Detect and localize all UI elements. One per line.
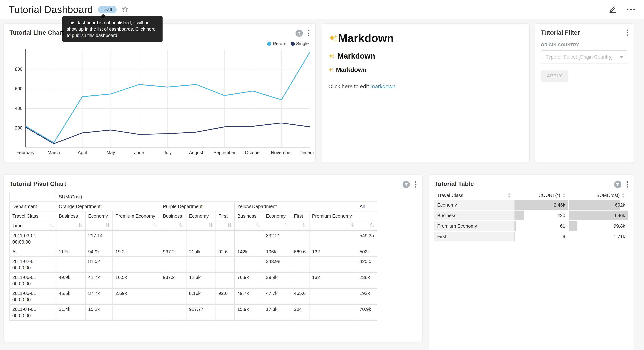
sort-icon[interactable]: [208, 222, 213, 227]
apply-button[interactable]: APPLY: [541, 70, 568, 82]
legend-item-single[interactable]: Single: [291, 41, 309, 46]
dashboard-grid: Tutorial Line Chart ReturnSi: [0, 19, 644, 350]
line-chart-legend: ReturnSingle: [267, 41, 309, 46]
pivot-cell: 47.7k: [263, 288, 291, 304]
pivot-sort-cell[interactable]: [86, 221, 113, 231]
pivot-chart-card: Tutorial Pivot Chart SUM(Cos: [3, 174, 423, 342]
column-header-travel-class[interactable]: Travel Class: [434, 191, 514, 200]
markdown-heading-2-text: Markdown: [338, 52, 375, 60]
more-menu-icon[interactable]: [626, 8, 635, 10]
sort-icon[interactable]: [370, 222, 374, 227]
kebab-menu-icon[interactable]: [626, 181, 628, 188]
markdown-body: Markdown Markdown Markdown: [321, 24, 529, 90]
pivot-class-header: Business: [234, 211, 263, 221]
table-row: Economy2.46k602k: [434, 200, 628, 210]
cross-filter-icon[interactable]: [614, 180, 622, 188]
pivot-class-header: Economy: [186, 211, 216, 221]
column-header-count[interactable]: COUNT(*): [514, 191, 568, 200]
tutorial-table: Travel ClassCOUNT(*)SUM(Cost)Economy2.46…: [434, 191, 628, 242]
cross-filter-icon[interactable]: [295, 30, 303, 37]
origin-country-select[interactable]: Type or Select [Origin Country]: [541, 50, 628, 64]
legend-item-return[interactable]: Return: [267, 41, 286, 46]
svg-text:September: September: [213, 150, 236, 155]
pivot-time-label: Time: [10, 221, 56, 231]
pivot-sort-cell[interactable]: [309, 221, 357, 231]
card-actions: [626, 30, 628, 36]
pivot-cell: 2.69k: [113, 288, 160, 304]
column-label: Travel Class: [437, 192, 463, 198]
sparkles-icon: [328, 33, 338, 43]
pivot-cell: 192k: [357, 288, 377, 304]
publish-tooltip[interactable]: This dashboard is not published, it will…: [62, 16, 162, 42]
cell-travel-class: Business: [434, 210, 514, 221]
sort-icon[interactable]: [179, 222, 184, 227]
pivot-cell: [216, 304, 234, 320]
pivot-sort-cell[interactable]: [263, 221, 291, 231]
pivot-class-header: Business: [56, 211, 86, 221]
sort-icon-wrap: [218, 222, 232, 227]
pivot-cell: [160, 304, 186, 320]
pivot-cell: [113, 256, 160, 272]
pivot-cell: 81.52: [86, 256, 113, 272]
cell-sum-cost: 99.8k: [568, 221, 628, 231]
sort-icon[interactable]: [256, 222, 260, 227]
pivot-cell: 937.2: [160, 247, 186, 256]
cross-filter-icon[interactable]: [402, 180, 410, 188]
sort-icon[interactable]: [78, 222, 83, 227]
kebab-menu-icon[interactable]: [626, 30, 628, 36]
pivot-metric-label: SUM(Cost): [56, 192, 377, 202]
pivot-table: SUM(Cost)DepartmentOrange DepartmentPurp…: [10, 192, 377, 320]
pivot-cell: 92.6: [216, 288, 234, 304]
header-content: Travel Class: [437, 192, 511, 198]
pivot-cell: [113, 304, 160, 320]
draft-badge[interactable]: Draft: [98, 6, 116, 13]
markdown-card: Markdown Markdown Markdown: [321, 23, 530, 163]
markdown-edit-link[interactable]: markdown: [370, 84, 395, 90]
pivot-cell: [291, 256, 309, 272]
pivot-cell: [216, 256, 234, 272]
sort-icon[interactable]: [227, 222, 232, 227]
pivot-group-header: Orange Department: [56, 202, 160, 211]
svg-text:August: August: [189, 150, 203, 155]
sort-icon[interactable]: [153, 222, 158, 227]
pivot-cell: [309, 231, 357, 247]
header-left: Tutorial Dashboard Draft: [9, 4, 128, 15]
sort-icon[interactable]: [48, 224, 53, 228]
pivot-sort-row: Time: [10, 221, 377, 231]
sort-icon[interactable]: [284, 222, 288, 227]
line-chart-canvas: 200400600800FebruaryMarchAprilMayJuneJul…: [6, 47, 314, 156]
pivot-row: 2011-04-01 00:00:0021.4k15.2k927.7715.9k…: [10, 304, 377, 320]
pivot-cell: 465.6: [291, 288, 309, 304]
pivot-cell: 927.77: [186, 304, 216, 320]
pivot-sort-cell[interactable]: [216, 221, 234, 231]
page-title: Tutorial Dashboard: [9, 4, 93, 15]
kebab-menu-icon[interactable]: [308, 30, 310, 36]
pivot-cell: [56, 256, 86, 272]
favorite-star-icon[interactable]: [122, 6, 128, 13]
pivot-cell: 49.7k: [234, 288, 263, 304]
sort-icon[interactable]: [302, 222, 306, 227]
pivot-sort-cell[interactable]: [357, 221, 377, 231]
table-row: Business420696k: [434, 210, 628, 221]
pivot-sort-cell[interactable]: [291, 221, 309, 231]
pivot-cell: [309, 304, 357, 320]
sort-icon[interactable]: [350, 222, 354, 227]
pivot-sort-cell[interactable]: [160, 221, 186, 231]
pivot-cell: [113, 231, 160, 247]
pivot-sort-cell[interactable]: [56, 221, 86, 231]
sort-icon-wrap: [116, 222, 158, 227]
column-header-sum-cost[interactable]: SUM(Cost): [568, 191, 628, 200]
data-table-container: Travel ClassCOUNT(*)SUM(Cost)Economy2.46…: [428, 188, 634, 242]
pivot-class-header: Business: [160, 211, 186, 221]
pivot-cell: 12.3k: [186, 272, 216, 288]
edit-pencil-icon[interactable]: [608, 6, 616, 14]
sort-icon-wrap: [360, 222, 374, 227]
pivot-sort-cell[interactable]: [186, 221, 216, 231]
pivot-class-header: Premium Economy: [309, 211, 357, 221]
pivot-sort-cell[interactable]: [234, 221, 263, 231]
kebab-menu-icon[interactable]: [415, 181, 416, 188]
pivot-sort-cell[interactable]: [113, 221, 160, 231]
sparkles-icon: [328, 67, 334, 72]
sort-icon[interactable]: [105, 222, 110, 227]
pivot-department-label: Department: [10, 202, 56, 211]
